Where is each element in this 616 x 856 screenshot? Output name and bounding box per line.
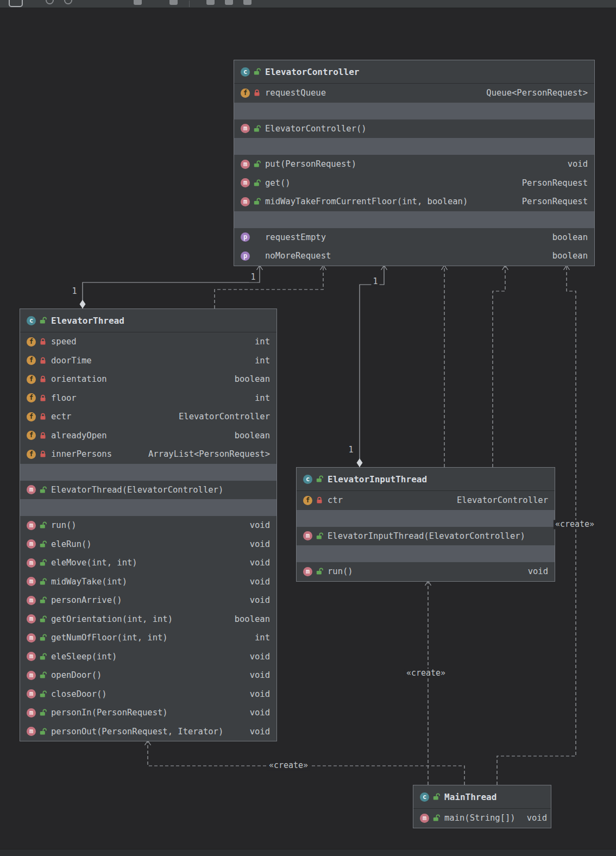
member-name: midWayTake(int) — [51, 577, 127, 587]
class-mainthread[interactable]: cMainThreadmmain(String[])void — [413, 785, 551, 828]
private-lock-icon — [40, 375, 47, 383]
member-row[interactable]: ffloorint — [20, 389, 276, 408]
member-name: floor — [51, 393, 77, 403]
member-row[interactable]: pnoMoreRequestboolean — [234, 247, 594, 266]
member-name: innerPersons — [51, 449, 112, 459]
member-row[interactable]: mcloseDoor()void — [20, 685, 276, 704]
toolbar-cursor-mode-button[interactable] — [169, 0, 178, 5]
member-type: void — [242, 577, 270, 587]
method-icon: m — [27, 652, 36, 661]
class-elevatorcontroller[interactable]: cElevatorControllerfrequestQueueQueue<Pe… — [234, 60, 595, 266]
edge-inputthread-depends-controller-2[interactable] — [493, 265, 505, 467]
member-type: void — [242, 689, 270, 699]
member-row[interactable]: mpersonOut(PersonRequest, Iterator)void — [20, 722, 276, 741]
member-row[interactable]: mgetOrientation(int, int)boolean — [20, 610, 276, 629]
member-row[interactable]: forientationboolean — [20, 370, 276, 389]
member-name: run() — [51, 520, 77, 530]
member-row[interactable]: meleSleep(int)void — [20, 647, 276, 666]
method-icon: m — [303, 531, 312, 540]
private-lock-icon — [40, 357, 47, 364]
edge-inputthread-aggregates-controller[interactable] — [360, 265, 384, 467]
method-icon: m — [420, 814, 429, 823]
field-icon: f — [241, 89, 250, 98]
member-type: boolean — [227, 374, 270, 384]
edge-elevatorthread-aggregates-controller[interactable] — [83, 265, 260, 309]
member-row[interactable]: mElevatorController() — [234, 119, 594, 139]
member-type: ArrayList<PersonRequest> — [141, 449, 270, 459]
field-icon: f — [27, 431, 36, 440]
private-lock-icon — [316, 496, 324, 504]
field-icon: f — [27, 412, 36, 421]
public-lock-icon — [40, 615, 47, 623]
member-row[interactable]: fdoorTimeint — [20, 351, 276, 370]
member-row[interactable]: falreadyOpenboolean — [20, 426, 276, 445]
member-row[interactable]: mgetNumOfFloor(int, int)int — [20, 628, 276, 647]
member-row[interactable]: mrun()void — [20, 516, 276, 535]
class-header[interactable]: cElevatorInputThread — [297, 468, 555, 491]
member-name: alreadyOpen — [51, 431, 107, 440]
member-row[interactable]: mElevatorThread(ElevatorController) — [20, 481, 276, 500]
member-row[interactable]: finnerPersonsArrayList<PersonRequest> — [20, 445, 276, 464]
public-lock-icon — [40, 634, 47, 641]
toolbar-view-settings-button[interactable] — [134, 0, 142, 5]
member-row[interactable]: meleRun()void — [20, 535, 276, 554]
section-separator — [297, 545, 555, 562]
toolbar-pointer-tool-button[interactable] — [9, 0, 23, 7]
method-icon: m — [27, 485, 36, 494]
member-type: void — [242, 558, 270, 568]
member-row[interactable]: mget()PersonRequest — [234, 174, 594, 193]
lock-spacer — [254, 234, 261, 241]
class-header[interactable]: cElevatorThread — [20, 309, 276, 332]
member-name: ectr — [51, 412, 71, 421]
bottom-bar — [0, 849, 616, 856]
member-type: int — [247, 393, 270, 403]
member-row[interactable]: mElevatorInputThread(ElevatorController) — [297, 527, 555, 546]
public-lock-icon — [254, 160, 261, 168]
toolbar-redo-button[interactable] — [64, 0, 72, 4]
public-lock-icon — [40, 690, 47, 698]
method-icon: m — [241, 124, 250, 133]
member-name: openDoor() — [51, 670, 102, 680]
class-elevatorinputthread[interactable]: cElevatorInputThreadfctrElevatorControll… — [296, 467, 555, 582]
class-header[interactable]: cMainThread — [413, 785, 551, 809]
member-type: void — [242, 520, 270, 530]
member-row[interactable]: mmain(String[])void — [413, 809, 551, 828]
toolbar-layout-button[interactable] — [206, 0, 215, 5]
member-row[interactable]: meleMove(int, int)void — [20, 553, 276, 572]
public-lock-icon — [254, 198, 261, 205]
member-row[interactable]: fctrElevatorController — [297, 491, 555, 510]
member-row[interactable]: mput(PersonRequest)void — [234, 155, 594, 174]
multiplicity-label: 1 — [70, 287, 78, 296]
edge-elevatorthread-depends-controller[interactable] — [215, 265, 323, 309]
member-row[interactable]: mpersonArrive()void — [20, 591, 276, 610]
class-elevatorthread[interactable]: cElevatorThreadfspeedintfdoorTimeintfori… — [20, 309, 277, 741]
member-type: boolean — [545, 251, 588, 261]
diagram-canvas[interactable]: cElevatorControllerfrequestQueueQueue<Pe… — [0, 0, 616, 856]
public-lock-icon — [40, 709, 47, 716]
member-row[interactable]: mmidWayTakeFromCurrentFloor(int, boolean… — [234, 192, 594, 211]
member-row[interactable]: frequestQueueQueue<PersonRequest> — [234, 84, 594, 103]
method-icon: m — [27, 596, 36, 605]
section-separator — [20, 499, 276, 516]
member-row[interactable]: mmidWayTake(int)void — [20, 572, 276, 591]
member-name: get() — [265, 178, 291, 188]
member-row[interactable]: mpersonIn(PersonRequest)void — [20, 703, 276, 722]
member-type: boolean — [545, 232, 588, 242]
property-icon: p — [241, 251, 250, 261]
toolbar-undo-button[interactable] — [46, 0, 54, 4]
toolbar-zoom-button[interactable] — [225, 0, 233, 5]
member-row[interactable]: mrun()void — [297, 562, 555, 581]
section-separator — [234, 138, 594, 155]
member-row[interactable]: fspeedint — [20, 332, 276, 351]
class-name: ElevatorController — [265, 67, 359, 77]
member-name: requestQueue — [265, 88, 326, 98]
member-row[interactable]: mopenDoor()void — [20, 666, 276, 685]
member-row[interactable]: fectrElevatorController — [20, 407, 276, 426]
member-name: personArrive() — [51, 595, 122, 605]
member-name: ElevatorController() — [265, 124, 367, 134]
toolbar-grid-button[interactable] — [243, 0, 252, 5]
member-name: doorTime — [51, 356, 92, 366]
member-row[interactable]: prequestEmptyboolean — [234, 228, 594, 247]
class-header[interactable]: cElevatorController — [234, 60, 594, 84]
public-lock-icon — [40, 728, 47, 735]
